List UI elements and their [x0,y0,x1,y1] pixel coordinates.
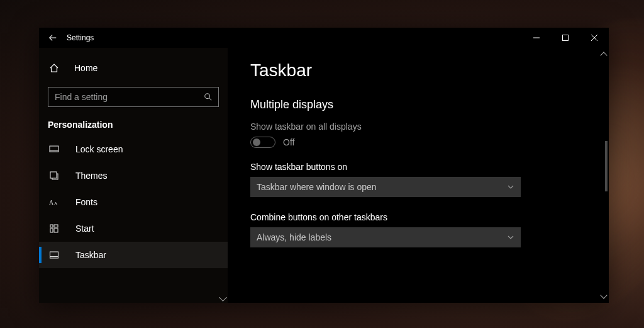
svg-point-1 [205,94,210,99]
scrollbar[interactable] [600,53,608,298]
page-title: Taskbar [250,60,586,81]
svg-text:A: A [49,199,53,206]
sidebar-item-fonts[interactable]: A A Fonts [39,189,228,215]
maximize-button[interactable] [551,28,580,48]
sidebar-item-label: Lock screen [75,144,123,154]
svg-rect-0 [563,35,569,41]
close-button[interactable] [580,28,609,48]
sidebar-item-label: Start [75,223,94,234]
dropdown-combine-other[interactable]: Always, hide labels [250,227,521,247]
dropdown-value: Always, hide labels [257,232,331,242]
setting-label-show-all-displays: Show taskbar on all displays [250,122,586,132]
svg-rect-3 [50,172,57,178]
search-input[interactable] [48,92,198,102]
svg-text:A: A [54,201,58,206]
close-icon [591,35,597,41]
lock-screen-icon [49,144,64,154]
search-icon [198,93,218,101]
sidebar-item-lock-screen[interactable]: Lock screen [39,136,228,162]
setting-label-show-buttons-on: Show taskbar buttons on [250,162,586,172]
home-icon [49,63,64,73]
window-controls [522,28,609,48]
sidebar-item-label: Taskbar [75,250,106,260]
sidebar-item-taskbar[interactable]: Taskbar [39,242,228,268]
toggle-show-all-displays[interactable] [250,137,275,148]
setting-label-combine-other: Combine buttons on other taskbars [250,212,586,222]
arrow-left-icon [48,33,57,42]
minimize-icon [533,35,540,41]
toggle-state-text: Off [283,137,294,147]
svg-rect-10 [50,252,58,258]
fonts-icon: A A [49,197,64,207]
taskbar-icon [49,250,64,260]
svg-rect-9 [54,229,58,232]
sidebar-item-home[interactable]: Home [39,54,228,82]
chevron-down-icon [507,183,514,191]
window-title: Settings [67,33,94,42]
back-button[interactable] [39,28,67,48]
sidebar-item-label: Themes [75,171,108,181]
sidebar: Home Personalization [39,48,228,303]
maximize-icon [562,35,569,41]
section-title: Multiple displays [250,98,586,111]
start-icon [49,223,64,234]
svg-rect-7 [54,225,58,227]
settings-window: Settings Home [39,28,609,303]
themes-icon [49,171,64,181]
svg-rect-8 [50,229,53,232]
svg-rect-2 [50,146,58,152]
sidebar-category: Personalization [39,116,228,136]
dropdown-show-buttons-on[interactable]: Taskbar where window is open [250,177,521,197]
scroll-thumb[interactable] [605,141,608,191]
svg-rect-6 [50,225,53,227]
main-content: Taskbar Multiple displays Show taskbar o… [228,48,609,303]
dropdown-value: Taskbar where window is open [257,182,377,192]
search-box[interactable] [48,87,219,107]
chevron-down-icon [507,234,514,241]
sidebar-item-label: Fonts [75,197,97,207]
titlebar: Settings [39,28,609,48]
home-label: Home [74,63,97,73]
minimize-button[interactable] [522,28,551,48]
scroll-down-icon [600,291,607,298]
scroll-up-icon [600,52,607,59]
sidebar-item-themes[interactable]: Themes [39,162,228,189]
sidebar-item-start[interactable]: Start [39,215,228,242]
